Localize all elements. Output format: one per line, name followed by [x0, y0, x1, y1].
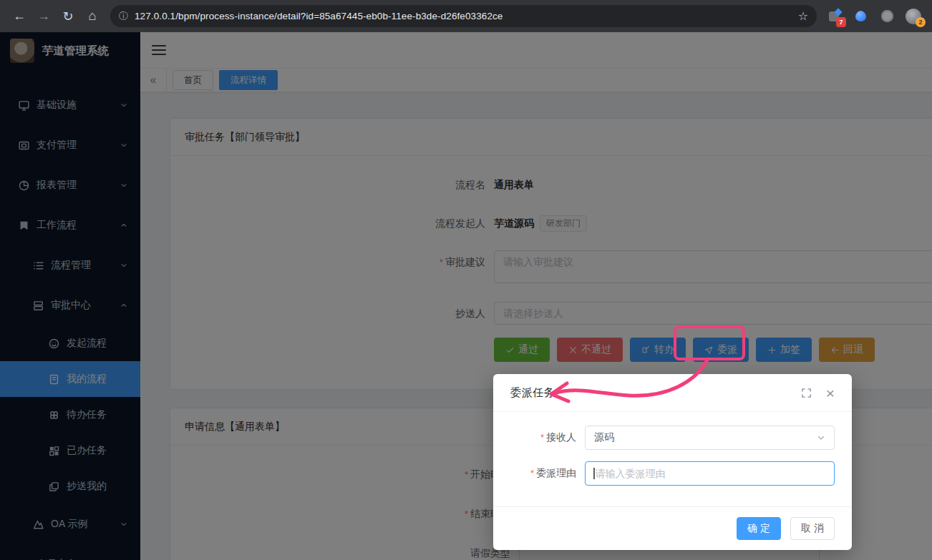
receiver-select[interactable]: 源码	[585, 426, 835, 450]
address-bar[interactable]: ⓘ 127.0.0.1/bpm/process-instance/detail?…	[110, 5, 817, 27]
reason-input[interactable]	[596, 468, 827, 479]
text-caret	[593, 468, 595, 479]
profile-badge: 2	[916, 17, 926, 27]
screen: ← → ↻ ⌂ ⓘ 127.0.0.1/bpm/process-instance…	[0, 0, 932, 560]
dialog-footer: 确定 取消	[493, 506, 852, 550]
required-asterisk: *	[530, 468, 534, 478]
receiver-value: 源码	[594, 431, 817, 444]
confirm-button[interactable]: 确定	[737, 517, 781, 540]
extension-globe-icon[interactable]	[878, 8, 895, 25]
extension-balloon-icon[interactable]	[852, 8, 869, 25]
fullscreen-icon[interactable]	[801, 388, 812, 398]
required-asterisk: *	[540, 432, 544, 443]
browser-home-icon[interactable]: ⌂	[80, 4, 105, 29]
annotation-arrow	[501, 343, 730, 411]
site-info-icon[interactable]: ⓘ	[119, 10, 128, 23]
extension-devtools-icon[interactable]: 7	[825, 8, 843, 25]
cancel-button[interactable]: 取消	[790, 517, 835, 540]
dialog-body: *接收人 源码 *委派理由	[493, 412, 852, 486]
reason-input-wrap	[585, 461, 835, 486]
receiver-label: *接收人	[510, 431, 576, 444]
browser-profile-avatar[interactable]: 2	[905, 8, 922, 25]
close-icon[interactable]: ×	[826, 385, 835, 401]
browser-toolbar: ← → ↻ ⌂ ⓘ 127.0.0.1/bpm/process-instance…	[0, 0, 932, 32]
reason-label: *委派理由	[510, 467, 576, 480]
extensions-tray: 7 2	[825, 8, 925, 25]
browser-forward-icon[interactable]: →	[31, 4, 56, 29]
browser-back-icon[interactable]: ←	[7, 4, 31, 29]
chevron-down-icon	[817, 433, 825, 442]
url-text[interactable]: 127.0.0.1/bpm/process-instance/detail?id…	[135, 11, 792, 21]
bookmark-star-icon[interactable]: ☆	[798, 9, 808, 23]
extension-badge: 7	[836, 17, 846, 27]
browser-reload-icon[interactable]: ↻	[56, 4, 80, 29]
